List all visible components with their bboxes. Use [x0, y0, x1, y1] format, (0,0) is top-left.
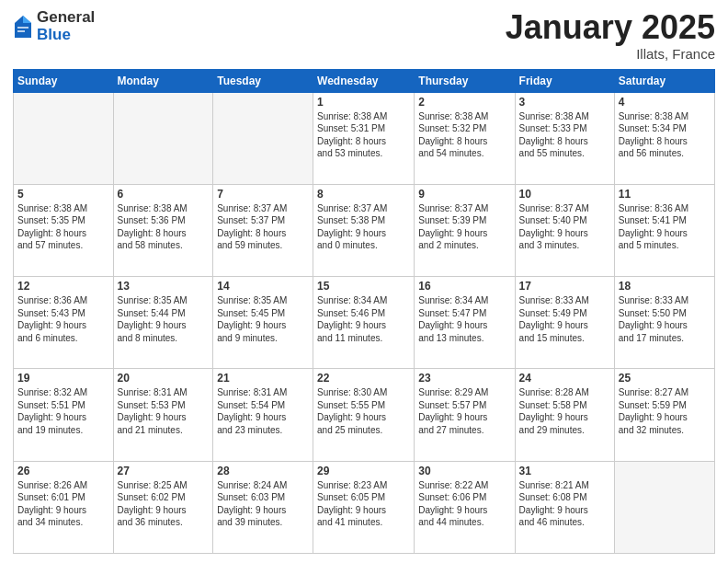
cell-daylight-info: Sunrise: 8:33 AM Sunset: 5:49 PM Dayligh… [519, 294, 610, 344]
cell-daylight-info: Sunrise: 8:34 AM Sunset: 5:46 PM Dayligh… [317, 294, 410, 344]
day-number: 26 [17, 465, 109, 477]
table-row: 29Sunrise: 8:23 AM Sunset: 6:05 PM Dayli… [313, 461, 415, 553]
day-number: 7 [217, 188, 309, 201]
cell-daylight-info: Sunrise: 8:35 AM Sunset: 5:44 PM Dayligh… [118, 294, 210, 344]
day-number: 25 [619, 372, 711, 385]
day-number: 23 [418, 372, 510, 385]
day-number: 29 [317, 465, 410, 477]
page: General Blue January 2025 Illats, France… [0, 0, 728, 563]
day-number: 16 [418, 280, 510, 293]
day-number: 18 [619, 280, 711, 293]
col-saturday: Saturday [614, 69, 714, 92]
table-row: 31Sunrise: 8:21 AM Sunset: 6:08 PM Dayli… [515, 461, 614, 553]
day-number: 5 [17, 188, 109, 201]
cell-daylight-info: Sunrise: 8:37 AM Sunset: 5:38 PM Dayligh… [317, 202, 410, 252]
col-sunday: Sunday [14, 69, 114, 92]
cell-daylight-info: Sunrise: 8:25 AM Sunset: 6:02 PM Dayligh… [118, 479, 210, 529]
day-number: 8 [317, 188, 410, 201]
calendar-week-4: 19Sunrise: 8:32 AM Sunset: 5:51 PM Dayli… [14, 369, 715, 461]
day-number: 11 [619, 188, 711, 201]
day-number: 12 [17, 280, 109, 293]
cell-daylight-info: Sunrise: 8:26 AM Sunset: 6:01 PM Dayligh… [17, 479, 109, 529]
day-number: 28 [217, 465, 309, 477]
cell-daylight-info: Sunrise: 8:31 AM Sunset: 5:54 PM Dayligh… [217, 386, 309, 436]
cell-daylight-info: Sunrise: 8:27 AM Sunset: 5:59 PM Dayligh… [619, 386, 711, 436]
cell-daylight-info: Sunrise: 8:28 AM Sunset: 5:58 PM Dayligh… [519, 386, 610, 436]
logo-general-text: General [37, 9, 95, 27]
day-number: 24 [519, 372, 610, 385]
cell-daylight-info: Sunrise: 8:33 AM Sunset: 5:50 PM Dayligh… [619, 294, 711, 344]
table-row: 4Sunrise: 8:38 AM Sunset: 5:34 PM Daylig… [614, 92, 714, 184]
col-friday: Friday [515, 69, 614, 92]
table-row: 10Sunrise: 8:37 AM Sunset: 5:40 PM Dayli… [515, 184, 614, 276]
cell-daylight-info: Sunrise: 8:31 AM Sunset: 5:53 PM Dayligh… [118, 386, 210, 436]
logo: General Blue [13, 9, 95, 43]
table-row: 19Sunrise: 8:32 AM Sunset: 5:51 PM Dayli… [14, 369, 114, 461]
table-row: 17Sunrise: 8:33 AM Sunset: 5:49 PM Dayli… [515, 277, 614, 369]
cell-daylight-info: Sunrise: 8:38 AM Sunset: 5:36 PM Dayligh… [118, 202, 210, 252]
table-row: 21Sunrise: 8:31 AM Sunset: 5:54 PM Dayli… [213, 369, 313, 461]
logo-blue-text: Blue [37, 27, 95, 44]
day-number: 27 [118, 465, 210, 477]
table-row [14, 92, 114, 184]
table-row: 13Sunrise: 8:35 AM Sunset: 5:44 PM Dayli… [113, 277, 213, 369]
logo-text: General Blue [37, 9, 95, 43]
table-row: 5Sunrise: 8:38 AM Sunset: 5:35 PM Daylig… [14, 184, 114, 276]
calendar-table: Sunday Monday Tuesday Wednesday Thursday… [13, 69, 715, 554]
cell-daylight-info: Sunrise: 8:38 AM Sunset: 5:33 PM Dayligh… [519, 110, 610, 160]
cell-daylight-info: Sunrise: 8:38 AM Sunset: 5:34 PM Dayligh… [619, 110, 711, 160]
day-number: 13 [118, 280, 210, 293]
table-row: 24Sunrise: 8:28 AM Sunset: 5:58 PM Dayli… [515, 369, 614, 461]
table-row: 2Sunrise: 8:38 AM Sunset: 5:32 PM Daylig… [415, 92, 515, 184]
table-row: 22Sunrise: 8:30 AM Sunset: 5:55 PM Dayli… [313, 369, 415, 461]
col-tuesday: Tuesday [213, 69, 313, 92]
calendar-header-row: Sunday Monday Tuesday Wednesday Thursday… [14, 69, 715, 92]
day-number: 15 [317, 280, 410, 293]
day-number: 31 [519, 465, 610, 477]
cell-daylight-info: Sunrise: 8:36 AM Sunset: 5:43 PM Dayligh… [17, 294, 109, 344]
table-row [113, 92, 213, 184]
header: General Blue January 2025 Illats, France [13, 9, 715, 62]
table-row: 16Sunrise: 8:34 AM Sunset: 5:47 PM Dayli… [415, 277, 515, 369]
table-row: 7Sunrise: 8:37 AM Sunset: 5:37 PM Daylig… [213, 184, 313, 276]
table-row: 25Sunrise: 8:27 AM Sunset: 5:59 PM Dayli… [614, 369, 714, 461]
col-monday: Monday [113, 69, 213, 92]
day-number: 9 [418, 188, 510, 201]
cell-daylight-info: Sunrise: 8:35 AM Sunset: 5:45 PM Dayligh… [217, 294, 309, 344]
cell-daylight-info: Sunrise: 8:24 AM Sunset: 6:03 PM Dayligh… [217, 479, 309, 529]
col-wednesday: Wednesday [313, 69, 415, 92]
day-number: 19 [17, 372, 109, 385]
month-title: January 2025 [506, 9, 715, 46]
logo-icon [13, 14, 33, 40]
table-row [213, 92, 313, 184]
day-number: 2 [418, 96, 510, 109]
calendar-week-5: 26Sunrise: 8:26 AM Sunset: 6:01 PM Dayli… [14, 461, 715, 553]
table-row: 20Sunrise: 8:31 AM Sunset: 5:53 PM Dayli… [113, 369, 213, 461]
table-row: 8Sunrise: 8:37 AM Sunset: 5:38 PM Daylig… [313, 184, 415, 276]
table-row: 14Sunrise: 8:35 AM Sunset: 5:45 PM Dayli… [213, 277, 313, 369]
cell-daylight-info: Sunrise: 8:38 AM Sunset: 5:31 PM Dayligh… [317, 110, 410, 160]
cell-daylight-info: Sunrise: 8:29 AM Sunset: 5:57 PM Dayligh… [418, 386, 510, 436]
cell-daylight-info: Sunrise: 8:37 AM Sunset: 5:37 PM Dayligh… [217, 202, 309, 252]
table-row: 28Sunrise: 8:24 AM Sunset: 6:03 PM Dayli… [213, 461, 313, 553]
cell-daylight-info: Sunrise: 8:30 AM Sunset: 5:55 PM Dayligh… [317, 386, 410, 436]
day-number: 6 [118, 188, 210, 201]
calendar-week-2: 5Sunrise: 8:38 AM Sunset: 5:35 PM Daylig… [14, 184, 715, 276]
cell-daylight-info: Sunrise: 8:23 AM Sunset: 6:05 PM Dayligh… [317, 479, 410, 529]
table-row: 23Sunrise: 8:29 AM Sunset: 5:57 PM Dayli… [415, 369, 515, 461]
col-thursday: Thursday [415, 69, 515, 92]
table-row: 26Sunrise: 8:26 AM Sunset: 6:01 PM Dayli… [14, 461, 114, 553]
day-number: 20 [118, 372, 210, 385]
cell-daylight-info: Sunrise: 8:22 AM Sunset: 6:06 PM Dayligh… [418, 479, 510, 529]
cell-daylight-info: Sunrise: 8:38 AM Sunset: 5:35 PM Dayligh… [17, 202, 109, 252]
table-row: 15Sunrise: 8:34 AM Sunset: 5:46 PM Dayli… [313, 277, 415, 369]
title-block: January 2025 Illats, France [506, 9, 715, 62]
day-number: 1 [317, 96, 410, 109]
cell-daylight-info: Sunrise: 8:38 AM Sunset: 5:32 PM Dayligh… [418, 110, 510, 160]
table-row: 6Sunrise: 8:38 AM Sunset: 5:36 PM Daylig… [113, 184, 213, 276]
svg-marker-1 [23, 16, 31, 23]
day-number: 30 [418, 465, 510, 477]
cell-daylight-info: Sunrise: 8:37 AM Sunset: 5:40 PM Dayligh… [519, 202, 610, 252]
table-row: 1Sunrise: 8:38 AM Sunset: 5:31 PM Daylig… [313, 92, 415, 184]
table-row: 18Sunrise: 8:33 AM Sunset: 5:50 PM Dayli… [614, 277, 714, 369]
